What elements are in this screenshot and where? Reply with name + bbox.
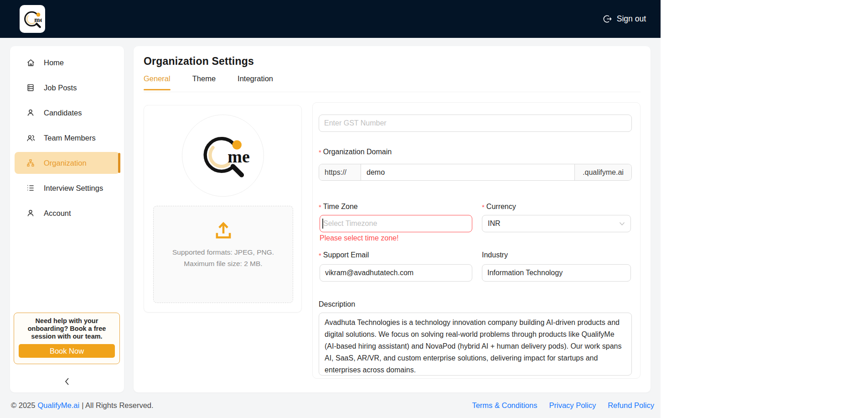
organization-settings-card: Organization Settings General Theme Inte…: [134, 46, 651, 392]
sidebar-item-job-posts[interactable]: Job Posts: [15, 77, 119, 99]
qualifyme-footer-link[interactable]: QualifyMe.ai: [37, 401, 79, 410]
magnifier-logo-icon: me: [23, 9, 42, 30]
sidebar-item-label: Candidates: [44, 109, 82, 117]
app-viewport: me Sign out Home Job Posts: [0, 0, 661, 418]
organization-logo: me: [182, 115, 264, 197]
sidebar-item-label: Interview Settings: [44, 184, 103, 193]
text-caret: [322, 219, 323, 229]
upload-icon: [154, 218, 293, 242]
magnifier-logo-icon: me: [196, 128, 250, 183]
required-asterisk: *: [482, 203, 485, 211]
domain-protocol-addon: https://: [319, 164, 361, 180]
chevron-down-icon: [619, 222, 625, 226]
sidebar-collapse-button[interactable]: [10, 376, 124, 387]
refund-policy-link[interactable]: Refund Policy: [608, 401, 654, 410]
currency-label: * Currency: [482, 201, 516, 212]
home-icon: [26, 57, 36, 68]
description-label: Description: [319, 299, 355, 310]
domain-suffix-addon: .qualifyme.ai: [574, 164, 631, 180]
sidebar-item-label: Organization: [44, 159, 87, 167]
user-icon: [26, 108, 36, 118]
domain-value[interactable]: demo: [361, 164, 574, 180]
footer: © 2025 QualifyMe.ai | All Rights Reserve…: [0, 392, 661, 418]
sidebar-item-candidates[interactable]: Candidates: [15, 102, 119, 124]
top-navbar: me Sign out: [0, 0, 661, 38]
industry-label: Industry: [482, 250, 508, 261]
tab-integration[interactable]: Integration: [238, 74, 273, 90]
sidebar: Home Job Posts Candidates Team Members: [10, 46, 124, 392]
tab-theme[interactable]: Theme: [192, 74, 216, 90]
chevron-left-icon: [64, 376, 70, 387]
support-email-input[interactable]: [320, 264, 472, 282]
tab-ink-bar: [144, 89, 170, 90]
book-now-button[interactable]: Book Now: [19, 344, 115, 358]
qualifyme-logo[interactable]: me: [20, 5, 45, 33]
required-asterisk: *: [319, 251, 321, 259]
upload-size-text: Maximum file size: 2 MB.: [154, 258, 293, 269]
sidebar-item-organization[interactable]: Organization: [15, 152, 119, 174]
logo-upload-panel: me Supported formats: JPEG, PNG. Maximum…: [144, 105, 302, 313]
gst-number-input[interactable]: [319, 115, 632, 132]
settings-tabs: General Theme Integration: [144, 74, 273, 90]
sidebar-item-label: Account: [44, 209, 71, 218]
timezone-label: * Time Zone: [319, 201, 358, 212]
industry-input[interactable]: [482, 264, 631, 282]
logo-upload-dropzone[interactable]: Supported formats: JPEG, PNG. Maximum fi…: [153, 206, 293, 303]
organization-domain-input-group[interactable]: https:// demo .qualifyme.ai: [319, 164, 632, 181]
currency-select[interactable]: INR: [482, 215, 631, 232]
active-indicator-bar: [118, 153, 120, 173]
sign-out-label: Sign out: [617, 14, 646, 24]
organization-domain-label: * Organization Domain: [319, 146, 392, 157]
tabs-divider: [144, 92, 641, 92]
required-asterisk: *: [319, 148, 321, 156]
sidebar-nav: Home Job Posts Candidates Team Members: [10, 52, 124, 227]
org-chart-icon: [26, 158, 36, 168]
description-textarea[interactable]: Avadhuta Technologies is a technology in…: [319, 313, 632, 376]
page-title: Organization Settings: [144, 55, 254, 68]
svg-text:me: me: [34, 16, 42, 23]
sidebar-item-label: Home: [44, 58, 64, 67]
sidebar-item-label: Job Posts: [44, 84, 77, 92]
currency-selected-value: INR: [488, 219, 501, 228]
general-settings-form: * Organization Domain https:// demo .qua…: [312, 102, 641, 379]
help-text: Need help with your onboarding? Book a f…: [19, 317, 115, 340]
footer-links: Terms & Conditions Privacy Policy Refund…: [472, 401, 654, 410]
svg-text:me: me: [227, 147, 250, 166]
support-email-label: * Support Email: [319, 250, 369, 261]
sidebar-item-home[interactable]: Home: [15, 52, 119, 73]
job-posts-icon: [26, 83, 36, 93]
sidebar-item-label: Team Members: [44, 134, 96, 142]
team-icon: [26, 133, 36, 143]
sidebar-item-interview-settings[interactable]: Interview Settings: [15, 177, 119, 199]
terms-and-conditions-link[interactable]: Terms & Conditions: [472, 401, 537, 410]
timezone-error-message: Please select time zone!: [320, 234, 398, 242]
onboarding-help-box: Need help with your onboarding? Book a f…: [14, 313, 120, 364]
tab-general[interactable]: General: [144, 74, 170, 90]
sidebar-item-team-members[interactable]: Team Members: [15, 127, 119, 149]
upload-formats-text: Supported formats: JPEG, PNG.: [154, 246, 293, 258]
sidebar-item-account[interactable]: Account: [15, 202, 119, 224]
required-asterisk: *: [319, 203, 321, 211]
privacy-policy-link[interactable]: Privacy Policy: [549, 401, 596, 410]
copyright-text: © 2025 QualifyMe.ai | All Rights Reserve…: [11, 401, 154, 410]
timezone-field-wrap: [320, 215, 472, 232]
sign-out-button[interactable]: Sign out: [603, 14, 646, 24]
logout-icon: [603, 14, 612, 24]
list-icon: [26, 183, 36, 193]
timezone-input[interactable]: [320, 215, 472, 232]
user-icon: [26, 208, 36, 218]
